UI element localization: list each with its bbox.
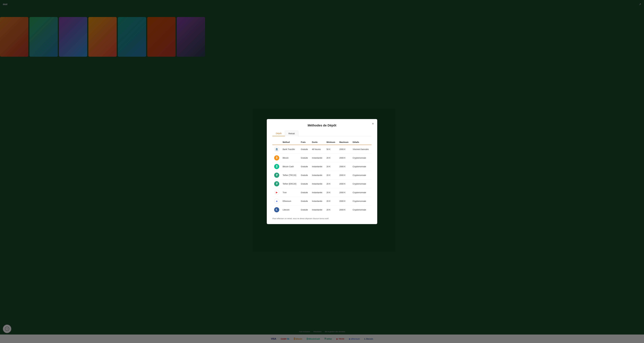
method-maximum: 2000 € (338, 197, 351, 205)
method-icon-bitcoin: ₿ (274, 155, 279, 160)
table-row: ₮ Tether (ERC20) Gratuite Instantanée 20… (272, 179, 372, 188)
method-icon-bank: 🏦 (274, 147, 279, 152)
method-details: Cryptomonnaie (351, 179, 372, 188)
method-icon-cell: ▶ (272, 188, 281, 197)
col-frais: Frais (299, 140, 310, 145)
method-maximum: 2000 € (338, 205, 351, 214)
method-minimum: 20 € (325, 179, 338, 188)
method-details: Cryptomonnaie (351, 154, 372, 162)
method-name: Tron (281, 188, 299, 197)
method-minimum: 20 € (325, 197, 338, 205)
method-icon-cell: 🏦 (272, 145, 281, 154)
modal-title: Méthodes de Dépôt (272, 124, 372, 127)
method-icon-bitcoin-cash: ₿ (274, 164, 279, 169)
method-minimum: 20 € (325, 171, 338, 179)
table-row: ₿ Bitcoin Gratuite Instantanée 20 € 2000… (272, 154, 372, 162)
method-duree: Instantanée (310, 205, 325, 214)
col-icon (272, 140, 281, 145)
method-maximum: 2000 € (338, 154, 351, 162)
method-duree: 48 heures (310, 145, 325, 154)
method-frais: Gratuite (299, 162, 310, 171)
method-duree: Instantanée (310, 162, 325, 171)
modal-backdrop: Méthodes de Dépôt × Dépôt Retrait Method… (0, 0, 644, 343)
method-minimum: 20 € (325, 154, 338, 162)
modal-header: Méthodes de Dépôt (272, 124, 372, 127)
method-icon-tron: ▶ (274, 190, 279, 195)
method-maximum: 2000 € (338, 145, 351, 154)
method-frais: Gratuite (299, 179, 310, 188)
method-maximum: 2000 € (338, 171, 351, 179)
method-icon-ethereum: ◆ (274, 199, 279, 204)
method-icon-cell: ₮ (272, 171, 281, 179)
method-details: Cryptomonnaie (351, 188, 372, 197)
method-frais: Gratuite (299, 154, 310, 162)
payment-methods-tbody: 🏦 Bank Transfer Gratuite 48 heures 50 € … (272, 145, 372, 214)
method-maximum: 2000 € (338, 188, 351, 197)
method-details: Cryptomonnaie (351, 162, 372, 171)
method-name: Litecoin (281, 205, 299, 214)
method-duree: Instantanée (310, 188, 325, 197)
method-duree: Instantanée (310, 179, 325, 188)
method-frais: Gratuite (299, 205, 310, 214)
modal-tabs: Dépôt Retrait (272, 131, 372, 136)
method-frais: Gratuite (299, 188, 310, 197)
method-maximum: 2000 € (338, 179, 351, 188)
method-frais: Gratuite (299, 171, 310, 179)
table-row: ▶ Tron Gratuite Instantanée 20 € 2000 € … (272, 188, 372, 197)
method-name: Tether (ERC20) (281, 179, 299, 188)
col-method: Method (281, 140, 299, 145)
method-name: Bank Transfer (281, 145, 299, 154)
method-icon-cell: ₿ (272, 154, 281, 162)
table-header-row: Method Frais Durée Minimum Maximum Détai… (272, 140, 372, 145)
method-icon-cell: ₿ (272, 162, 281, 171)
method-details: Cryptomonnaie (351, 205, 372, 214)
table-row: ◆ Ethereum Gratuite Instantanée 20 € 200… (272, 197, 372, 205)
table-row: ₿ Bitcoin Cash Gratuite Instantanée 20 €… (272, 162, 372, 171)
table-row: ₮ Tether (TRC20) Gratuite Instantanée 20… (272, 171, 372, 179)
method-details: Virement bancaire (351, 145, 372, 154)
table-row: 🏦 Bank Transfer Gratuite 48 heures 50 € … (272, 145, 372, 154)
tab-retrait[interactable]: Retrait (285, 131, 298, 136)
table-header: Method Frais Durée Minimum Maximum Détai… (272, 140, 372, 145)
method-name: Bitcoin (281, 154, 299, 162)
deposit-modal: Méthodes de Dépôt × Dépôt Retrait Method… (267, 119, 377, 224)
footer-note: Pour effectuer un retrait, vous ne devez… (272, 217, 372, 220)
method-minimum: 20 € (325, 188, 338, 197)
method-duree: Instantanée (310, 154, 325, 162)
method-icon-tether: ₮ (274, 181, 279, 186)
col-details: Détails (351, 140, 372, 145)
method-details: Cryptomonnaie (351, 171, 372, 179)
modal-close-button[interactable]: × (372, 122, 374, 126)
method-details: Cryptomonnaie (351, 197, 372, 205)
method-minimum: 20 € (325, 205, 338, 214)
method-name: Bitcoin Cash (281, 162, 299, 171)
col-minimum: Minimum (325, 140, 338, 145)
method-icon-cell: Ł (272, 205, 281, 214)
payment-methods-table: Method Frais Durée Minimum Maximum Détai… (272, 140, 372, 214)
method-frais: Gratuite (299, 197, 310, 205)
col-duree: Durée (310, 140, 325, 145)
method-minimum: 50 € (325, 145, 338, 154)
method-minimum: 20 € (325, 162, 338, 171)
method-name: Ethereum (281, 197, 299, 205)
method-icon-litecoin: Ł (274, 207, 279, 212)
method-maximum: 2000 € (338, 162, 351, 171)
method-duree: Instantanée (310, 171, 325, 179)
method-icon-tether: ₮ (274, 173, 279, 178)
method-frais: Gratuite (299, 145, 310, 154)
table-row: Ł Litecoin Gratuite Instantanée 20 € 200… (272, 205, 372, 214)
tab-depot[interactable]: Dépôt (272, 131, 285, 136)
method-icon-cell: ₮ (272, 179, 281, 188)
method-icon-cell: ◆ (272, 197, 281, 205)
method-name: Tether (TRC20) (281, 171, 299, 179)
method-duree: Instantanée (310, 197, 325, 205)
col-maximum: Maximum (338, 140, 351, 145)
